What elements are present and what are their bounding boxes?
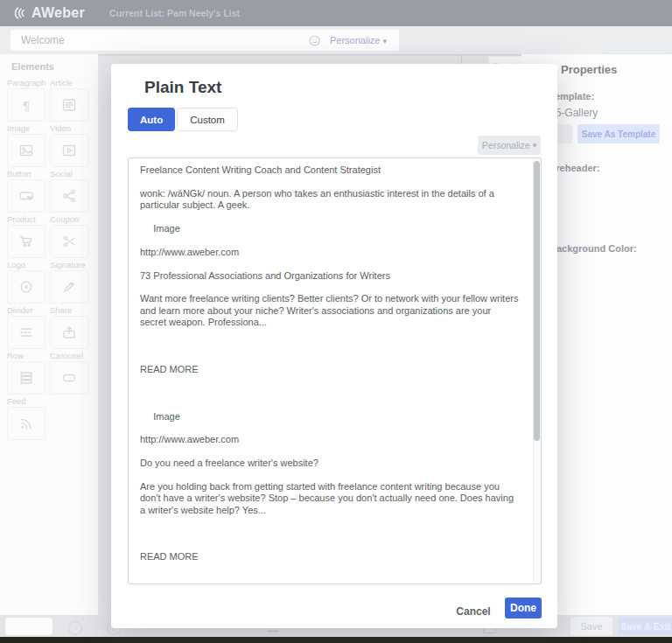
feed-icon[interactable]: [7, 407, 46, 440]
sidebar-item-video[interactable]: Video: [50, 122, 88, 167]
element-label: Logo: [7, 259, 46, 270]
carousel-icon[interactable]: [50, 361, 88, 395]
aweber-logo: AWeber: [12, 5, 85, 21]
elements-grid: Paragraph¶ArticleImageVideoButtonSocialP…: [7, 77, 98, 440]
image-icon[interactable]: [7, 134, 46, 167]
element-label: Share: [50, 304, 88, 316]
bottom-strip: [0, 637, 672, 643]
video-icon[interactable]: [50, 134, 88, 167]
sidebar-item-article[interactable]: Article: [50, 77, 88, 122]
sidebar-item-paragraph[interactable]: Paragraph¶: [7, 77, 46, 122]
chevron-down-icon: ▾: [382, 37, 387, 45]
subject-input[interactable]: Welcome Personalize▾: [10, 30, 399, 51]
zoom-control[interactable]: [5, 618, 52, 635]
save-as-template-button[interactable]: Save As Template: [578, 124, 660, 143]
product-icon[interactable]: [7, 225, 46, 258]
personalize-dropdown-modal[interactable]: Personalize▾: [478, 136, 541, 155]
sidebar-item-image[interactable]: Image: [7, 122, 46, 167]
sidebar-item-row[interactable]: Row: [7, 350, 46, 395]
chevron-down-icon: ▾: [533, 141, 537, 150]
social-icon[interactable]: [50, 179, 88, 213]
element-label: Feed: [7, 395, 46, 407]
current-list-label: Current List: Pam Neely's List: [109, 8, 240, 18]
signature-icon[interactable]: [50, 270, 88, 304]
email-canvas-edge: [461, 54, 462, 64]
tab-custom[interactable]: Custom: [177, 108, 238, 131]
sidebar-item-button[interactable]: Button: [7, 168, 46, 213]
sidebar-item-share[interactable]: Share: [50, 304, 88, 349]
plain-text-content[interactable]: Freelance Content Writing Coach and Cont…: [128, 157, 542, 584]
sidebar-item-product[interactable]: Product: [7, 213, 46, 258]
textarea-scrollbar-thumb[interactable]: [534, 161, 540, 441]
subject-value: Welcome: [21, 34, 308, 46]
plain-text-modal: Plain Text Auto Custom Personalize▾ Free…: [111, 64, 557, 628]
aweber-logo-icon: [12, 5, 28, 21]
button-icon[interactable]: [7, 179, 46, 213]
properties-heading: Properties: [561, 63, 617, 76]
background-color-label: Background Color:: [550, 243, 637, 254]
plain-text-mode-tabs: Auto Custom: [128, 108, 238, 131]
paragraph-icon[interactable]: ¶: [7, 88, 46, 122]
element-label: Signature: [50, 259, 88, 270]
tab-auto[interactable]: Auto: [128, 108, 175, 131]
save-and-exit-button[interactable]: Save & Exit: [619, 617, 672, 635]
element-label: Video: [50, 122, 88, 134]
sidebar-item-coupon[interactable]: Coupon: [50, 213, 88, 258]
sidebar-item-feed[interactable]: Feed: [7, 395, 46, 440]
sidebar-item-signature[interactable]: Signature: [50, 259, 88, 304]
element-label: Social: [50, 168, 88, 179]
cancel-button[interactable]: Cancel: [454, 601, 493, 621]
article-icon[interactable]: [50, 88, 88, 122]
element-label: Paragraph: [7, 77, 46, 88]
undo-icon[interactable]: [68, 621, 82, 635]
row-icon[interactable]: [7, 361, 46, 395]
elements-heading: Elements: [11, 61, 98, 72]
app-header: AWeber Current List: Pam Neely's List: [0, 0, 672, 26]
element-label: Divider: [7, 304, 46, 316]
element-label: Product: [7, 213, 46, 225]
element-label: Coupon: [50, 213, 88, 225]
save-button[interactable]: Save: [570, 617, 612, 635]
personalize-dropdown-toolbar[interactable]: Personalize▾: [330, 35, 387, 45]
divider-icon[interactable]: [7, 316, 46, 349]
sidebar-item-divider[interactable]: Divider: [7, 304, 46, 349]
element-label: Image: [7, 122, 46, 134]
subject-toolbar: Welcome Personalize▾ Templates My Images…: [0, 26, 672, 54]
share-icon[interactable]: [50, 316, 88, 349]
done-button[interactable]: Done: [505, 598, 542, 619]
element-label: Button: [7, 168, 46, 179]
sidebar-item-carousel[interactable]: Carousel: [50, 350, 88, 395]
logo-icon[interactable]: [7, 270, 46, 304]
sidebar-item-logo[interactable]: Logo: [7, 259, 46, 304]
element-label: Row: [7, 350, 46, 361]
elements-sidebar: Elements Paragraph¶ArticleImageVideoButt…: [0, 54, 98, 615]
coupon-icon[interactable]: [50, 225, 88, 258]
emoji-icon[interactable]: [308, 34, 321, 47]
sidebar-item-social[interactable]: Social: [50, 168, 88, 213]
element-label: Carousel: [50, 350, 88, 361]
aweber-logo-text: AWeber: [32, 5, 85, 21]
modal-title: Plain Text: [144, 78, 221, 97]
element-label: Article: [50, 77, 88, 88]
aweber-email-editor: AWeber Current List: Pam Neely's List We…: [0, 0, 672, 643]
